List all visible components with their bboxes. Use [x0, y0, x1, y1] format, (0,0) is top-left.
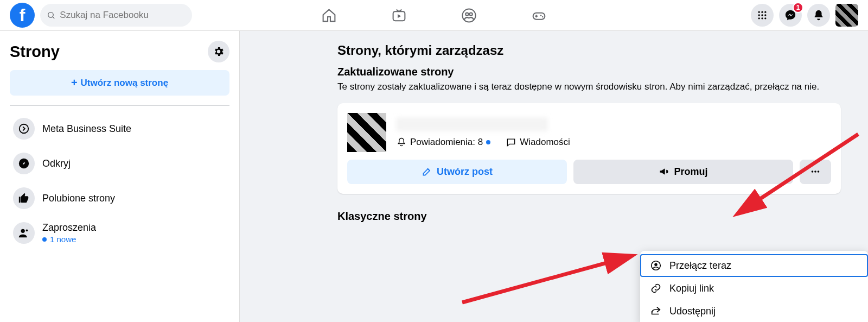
menu-grid-button[interactable]: [751, 4, 774, 27]
search-box[interactable]: [40, 4, 192, 27]
sidebar: Strony + Utwórz nową stronę Meta Busines…: [0, 31, 240, 322]
svg-point-11: [758, 11, 760, 13]
bell-icon: [813, 9, 825, 21]
sidebar-item-invites[interactable]: Zaproszenia 1 nowe: [10, 216, 229, 250]
svg-point-25: [818, 171, 820, 173]
svg-point-20: [20, 124, 29, 134]
plus-icon: +: [71, 77, 78, 89]
sidebar-item-discover[interactable]: Odkryj: [10, 146, 229, 181]
gaming-icon[interactable]: [531, 8, 547, 23]
updated-heading: Zaktualizowane strony: [337, 66, 841, 78]
sidebar-item-label: Odkryj: [42, 158, 71, 169]
svg-point-19: [764, 17, 766, 19]
search-icon: [47, 10, 55, 20]
messenger-badge: 1: [793, 2, 803, 13]
svg-point-15: [761, 14, 763, 16]
more-options-button[interactable]: [800, 160, 831, 184]
notifications-link[interactable]: Powiadomienia: 8: [396, 137, 490, 148]
svg-point-27: [654, 263, 658, 266]
bell-outline-icon: [396, 137, 407, 148]
circle-chevron-icon: [18, 123, 30, 135]
svg-line-1: [53, 17, 54, 18]
top-bar: f 1: [0, 0, 868, 31]
promote-button[interactable]: Promuj: [573, 160, 793, 184]
sidebar-item-label: Polubione strony: [42, 193, 115, 204]
divider: [10, 105, 229, 106]
account-switch-icon: [650, 260, 662, 272]
grid-icon: [757, 10, 768, 21]
groups-icon[interactable]: [461, 8, 477, 23]
watch-icon[interactable]: [391, 8, 407, 23]
share-icon: [650, 305, 662, 317]
svg-point-23: [812, 171, 814, 173]
more-options-menu: Przełącz teraz Kopiuj link Udostępnij: [640, 251, 868, 322]
svg-point-24: [814, 171, 816, 173]
sidebar-item-sublabel: 1 nowe: [42, 235, 96, 244]
svg-point-16: [764, 14, 766, 16]
updated-description: Te strony zostały zaktualizowane i są te…: [337, 80, 825, 93]
chat-icon: [506, 137, 516, 148]
svg-point-14: [758, 14, 760, 16]
facebook-logo[interactable]: f: [10, 3, 35, 28]
menu-item-copy-link[interactable]: Kopiuj link: [640, 277, 868, 300]
compass-icon: [18, 157, 30, 169]
svg-point-3: [462, 9, 475, 22]
link-icon: [650, 282, 662, 294]
gear-icon: [213, 46, 225, 58]
main-content: Strony, którymi zarządzasz Zaktualizowan…: [240, 31, 868, 322]
svg-point-4: [465, 12, 468, 15]
svg-point-9: [540, 15, 541, 16]
person-plus-icon: [18, 227, 30, 239]
account-avatar[interactable]: [835, 4, 858, 27]
svg-point-10: [542, 16, 543, 17]
megaphone-icon: [659, 166, 669, 177]
create-page-button[interactable]: + Utwórz nową stronę: [10, 70, 229, 96]
topbar-right: 1: [751, 4, 858, 27]
sidebar-title: Strony: [10, 43, 60, 61]
classic-heading: Klasyczne strony: [337, 210, 841, 223]
sidebar-item-label: Zaproszenia: [42, 222, 96, 233]
menu-item-switch[interactable]: Przełącz teraz: [640, 254, 868, 277]
page-title: Strony, którymi zarządzasz: [337, 43, 841, 58]
unread-dot-icon: [486, 140, 490, 144]
sidebar-item-label: Meta Business Suite: [42, 123, 131, 135]
page-thumbnail[interactable]: [347, 113, 386, 152]
svg-point-0: [48, 12, 54, 18]
topbar-left: f: [10, 3, 192, 28]
svg-point-13: [764, 11, 766, 13]
svg-point-12: [761, 11, 763, 13]
menu-item-share[interactable]: Udostępnij: [640, 300, 868, 322]
notifications-button[interactable]: [807, 4, 830, 27]
home-icon[interactable]: [321, 8, 337, 23]
svg-point-17: [758, 17, 760, 19]
topbar-center-nav: [321, 8, 547, 23]
sidebar-item-liked[interactable]: Polubione strony: [10, 181, 229, 216]
ellipsis-icon: [809, 166, 821, 178]
page-name-redacted[interactable]: [396, 117, 548, 131]
settings-button[interactable]: [208, 41, 229, 62]
create-post-button[interactable]: Utwórz post: [347, 160, 567, 184]
svg-point-5: [469, 12, 472, 15]
svg-point-18: [761, 17, 763, 19]
svg-point-22: [21, 229, 25, 233]
svg-rect-6: [533, 12, 545, 19]
sidebar-item-meta-business[interactable]: Meta Business Suite: [10, 111, 229, 146]
annotation-arrow-to-switch: [457, 243, 641, 308]
create-page-label: Utwórz nową stronę: [81, 78, 169, 89]
messages-link[interactable]: Wiadomości: [506, 137, 570, 148]
svg-line-29: [462, 256, 630, 302]
thumb-up-icon: [18, 192, 30, 204]
messenger-button[interactable]: 1: [779, 4, 802, 27]
search-input[interactable]: [60, 10, 186, 21]
compose-icon: [422, 166, 432, 177]
page-card: Powiadomienia: 8 Wiadomości Utwórz post: [337, 103, 841, 194]
